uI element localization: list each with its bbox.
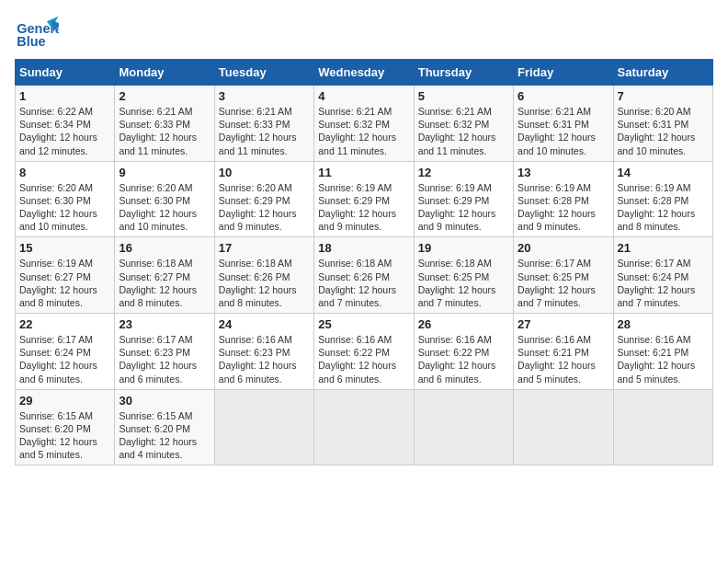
day-cell-1: 1Sunrise: 6:22 AM Sunset: 6:34 PM Daylig…	[16, 86, 115, 162]
empty-cell	[613, 389, 712, 465]
day-info: Sunrise: 6:18 AM Sunset: 6:26 PM Dayligh…	[318, 257, 409, 309]
day-info: Sunrise: 6:16 AM Sunset: 6:21 PM Dayligh…	[518, 333, 609, 385]
day-number: 15	[19, 241, 110, 255]
day-number: 19	[418, 241, 509, 255]
day-info: Sunrise: 6:20 AM Sunset: 6:30 PM Dayligh…	[119, 181, 210, 234]
day-info: Sunrise: 6:18 AM Sunset: 6:26 PM Dayligh…	[219, 257, 310, 309]
day-info: Sunrise: 6:20 AM Sunset: 6:30 PM Dayligh…	[19, 181, 110, 234]
day-number: 16	[119, 241, 210, 255]
day-number: 18	[318, 241, 409, 255]
day-number: 23	[119, 317, 210, 331]
day-number: 11	[318, 166, 409, 179]
day-cell-2: 2Sunrise: 6:21 AM Sunset: 6:33 PM Daylig…	[115, 86, 214, 162]
day-info: Sunrise: 6:16 AM Sunset: 6:23 PM Dayligh…	[219, 333, 310, 385]
day-number: 1	[19, 89, 110, 103]
day-number: 17	[219, 241, 310, 255]
day-info: Sunrise: 6:21 AM Sunset: 6:33 PM Dayligh…	[219, 105, 310, 157]
day-number: 29	[19, 394, 110, 408]
day-info: Sunrise: 6:18 AM Sunset: 6:27 PM Dayligh…	[119, 257, 210, 309]
header: General Blue	[15, 15, 713, 50]
day-info: Sunrise: 6:15 AM Sunset: 6:20 PM Dayligh…	[119, 409, 210, 462]
day-cell-6: 6Sunrise: 6:21 AM Sunset: 6:31 PM Daylig…	[514, 86, 613, 162]
day-cell-12: 12Sunrise: 6:19 AM Sunset: 6:29 PM Dayli…	[414, 161, 513, 237]
calendar-table: SundayMondayTuesdayWednesdayThursdayFrid…	[15, 59, 713, 465]
day-info: Sunrise: 6:17 AM Sunset: 6:25 PM Dayligh…	[518, 257, 609, 309]
day-cell-25: 25Sunrise: 6:16 AM Sunset: 6:22 PM Dayli…	[314, 314, 414, 390]
week-row-3: 15Sunrise: 6:19 AM Sunset: 6:27 PM Dayli…	[16, 237, 713, 314]
day-number: 22	[19, 317, 110, 331]
empty-cell	[514, 389, 613, 465]
day-number: 28	[618, 317, 709, 331]
day-cell-30: 30Sunrise: 6:15 AM Sunset: 6:20 PM Dayli…	[115, 389, 214, 465]
day-info: Sunrise: 6:19 AM Sunset: 6:29 PM Dayligh…	[418, 181, 509, 234]
logo: General Blue	[15, 15, 63, 50]
day-cell-15: 15Sunrise: 6:19 AM Sunset: 6:27 PM Dayli…	[16, 237, 115, 314]
day-number: 4	[318, 89, 409, 103]
day-cell-11: 11Sunrise: 6:19 AM Sunset: 6:29 PM Dayli…	[314, 161, 414, 237]
header-saturday: Saturday	[613, 60, 712, 86]
day-cell-10: 10Sunrise: 6:20 AM Sunset: 6:29 PM Dayli…	[214, 161, 313, 237]
day-number: 10	[219, 166, 310, 179]
day-cell-7: 7Sunrise: 6:20 AM Sunset: 6:31 PM Daylig…	[613, 86, 712, 162]
day-cell-5: 5Sunrise: 6:21 AM Sunset: 6:32 PM Daylig…	[414, 86, 513, 162]
day-cell-18: 18Sunrise: 6:18 AM Sunset: 6:26 PM Dayli…	[314, 237, 414, 314]
day-cell-29: 29Sunrise: 6:15 AM Sunset: 6:20 PM Dayli…	[16, 389, 115, 465]
header-tuesday: Tuesday	[214, 60, 313, 86]
header-friday: Friday	[514, 60, 613, 86]
logo-icon: General Blue	[15, 15, 59, 50]
day-info: Sunrise: 6:17 AM Sunset: 6:24 PM Dayligh…	[19, 333, 110, 385]
day-info: Sunrise: 6:19 AM Sunset: 6:28 PM Dayligh…	[618, 181, 709, 234]
day-info: Sunrise: 6:18 AM Sunset: 6:25 PM Dayligh…	[418, 257, 509, 309]
day-number: 24	[219, 317, 310, 331]
day-cell-21: 21Sunrise: 6:17 AM Sunset: 6:24 PM Dayli…	[613, 237, 712, 314]
empty-cell	[414, 389, 513, 465]
day-info: Sunrise: 6:20 AM Sunset: 6:29 PM Dayligh…	[219, 181, 310, 234]
day-cell-27: 27Sunrise: 6:16 AM Sunset: 6:21 PM Dayli…	[514, 314, 613, 390]
week-row-1: 1Sunrise: 6:22 AM Sunset: 6:34 PM Daylig…	[16, 86, 713, 162]
day-info: Sunrise: 6:16 AM Sunset: 6:22 PM Dayligh…	[318, 333, 409, 385]
day-cell-17: 17Sunrise: 6:18 AM Sunset: 6:26 PM Dayli…	[214, 237, 313, 314]
day-cell-3: 3Sunrise: 6:21 AM Sunset: 6:33 PM Daylig…	[214, 86, 313, 162]
day-cell-14: 14Sunrise: 6:19 AM Sunset: 6:28 PM Dayli…	[613, 161, 712, 237]
day-info: Sunrise: 6:19 AM Sunset: 6:28 PM Dayligh…	[518, 181, 609, 234]
calendar-header-row: SundayMondayTuesdayWednesdayThursdayFrid…	[16, 60, 713, 86]
day-number: 21	[618, 241, 709, 255]
svg-text:Blue: Blue	[17, 34, 45, 49]
day-info: Sunrise: 6:17 AM Sunset: 6:23 PM Dayligh…	[119, 333, 210, 385]
day-number: 5	[418, 89, 509, 103]
day-info: Sunrise: 6:19 AM Sunset: 6:27 PM Dayligh…	[19, 257, 110, 309]
week-row-2: 8Sunrise: 6:20 AM Sunset: 6:30 PM Daylig…	[16, 161, 713, 237]
day-number: 20	[518, 241, 609, 255]
week-row-4: 22Sunrise: 6:17 AM Sunset: 6:24 PM Dayli…	[16, 314, 713, 390]
day-info: Sunrise: 6:21 AM Sunset: 6:32 PM Dayligh…	[318, 105, 409, 157]
header-wednesday: Wednesday	[314, 60, 414, 86]
day-cell-13: 13Sunrise: 6:19 AM Sunset: 6:28 PM Dayli…	[514, 161, 613, 237]
empty-cell	[314, 389, 414, 465]
empty-cell	[214, 389, 313, 465]
header-monday: Monday	[115, 60, 214, 86]
day-number: 25	[318, 317, 409, 331]
day-number: 30	[119, 394, 210, 408]
day-info: Sunrise: 6:19 AM Sunset: 6:29 PM Dayligh…	[318, 181, 409, 234]
day-info: Sunrise: 6:16 AM Sunset: 6:22 PM Dayligh…	[418, 333, 509, 385]
day-info: Sunrise: 6:21 AM Sunset: 6:33 PM Dayligh…	[119, 105, 210, 157]
day-info: Sunrise: 6:21 AM Sunset: 6:31 PM Dayligh…	[518, 105, 609, 157]
day-info: Sunrise: 6:17 AM Sunset: 6:24 PM Dayligh…	[618, 257, 709, 309]
day-cell-22: 22Sunrise: 6:17 AM Sunset: 6:24 PM Dayli…	[16, 314, 115, 390]
day-number: 7	[618, 89, 709, 103]
day-info: Sunrise: 6:22 AM Sunset: 6:34 PM Dayligh…	[19, 105, 110, 157]
day-number: 12	[418, 166, 509, 179]
day-cell-20: 20Sunrise: 6:17 AM Sunset: 6:25 PM Dayli…	[514, 237, 613, 314]
header-thursday: Thursday	[414, 60, 513, 86]
day-info: Sunrise: 6:20 AM Sunset: 6:31 PM Dayligh…	[618, 105, 709, 157]
day-cell-26: 26Sunrise: 6:16 AM Sunset: 6:22 PM Dayli…	[414, 314, 513, 390]
week-row-5: 29Sunrise: 6:15 AM Sunset: 6:20 PM Dayli…	[16, 389, 713, 465]
day-cell-4: 4Sunrise: 6:21 AM Sunset: 6:32 PM Daylig…	[314, 86, 414, 162]
day-number: 8	[19, 166, 110, 179]
day-cell-24: 24Sunrise: 6:16 AM Sunset: 6:23 PM Dayli…	[214, 314, 313, 390]
day-number: 14	[618, 166, 709, 179]
day-number: 9	[119, 166, 210, 179]
day-number: 2	[119, 89, 210, 103]
day-number: 13	[518, 166, 609, 179]
header-sunday: Sunday	[16, 60, 115, 86]
